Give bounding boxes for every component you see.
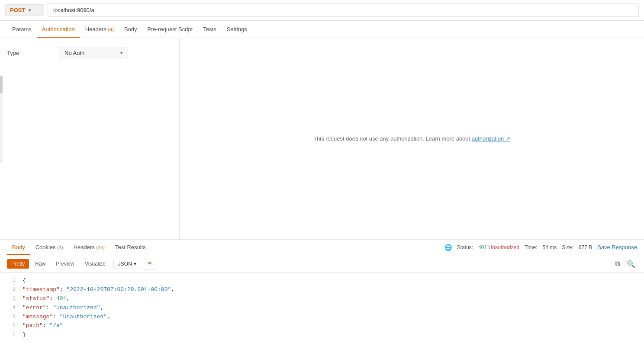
format-tab-raw[interactable]: Raw xyxy=(31,259,50,269)
type-label: Type xyxy=(7,50,59,56)
copy-button[interactable]: ⧉ xyxy=(613,259,621,269)
word-wrap-button[interactable]: ≡ xyxy=(144,258,155,270)
format-tab-preview[interactable]: Preview xyxy=(52,259,79,269)
auth-type-value: No Auth xyxy=(64,50,84,56)
auth-right-panel: This request does not use any authorizat… xyxy=(180,38,644,239)
url-input[interactable] xyxy=(48,3,639,17)
response-tab-headers[interactable]: Headers (16) xyxy=(68,240,110,255)
scroll-thumb xyxy=(0,76,3,93)
method-value: POST xyxy=(10,7,25,13)
format-tab-visualize[interactable]: Visualize xyxy=(80,259,110,269)
code-line-4: 4 "error": "Unauthorized", xyxy=(7,304,637,313)
size-label: Size: xyxy=(562,244,573,250)
code-line-1: 1 { xyxy=(7,276,637,285)
request-section: POST ▾ Params Authorization Headers (9) … xyxy=(0,0,644,38)
tab-params[interactable]: Params xyxy=(7,22,37,38)
method-select[interactable]: POST ▾ xyxy=(5,4,44,16)
tab-body[interactable]: Body xyxy=(119,22,142,38)
auth-type-select[interactable]: No Auth ▾ xyxy=(59,47,128,59)
format-type-select[interactable]: JSON ▾ xyxy=(113,259,141,269)
status-code: 401 Unauthorized xyxy=(478,244,519,250)
tab-pre-request-script[interactable]: Pre-request Script xyxy=(142,22,198,38)
code-line-6: 6 "path": "/a" xyxy=(7,321,637,330)
response-tab-test-results[interactable]: Test Results xyxy=(110,240,151,255)
tab-settings[interactable]: Settings xyxy=(222,22,252,38)
response-format-toolbar: Pretty Raw Preview Visualize JSON ▾ ≡ ⧉ … xyxy=(0,255,644,273)
format-type-arrow: ▾ xyxy=(134,261,136,267)
time-label: Time: xyxy=(525,244,538,250)
request-tabs: Params Authorization Headers (9) Body Pr… xyxy=(0,21,644,38)
response-tab-body[interactable]: Body xyxy=(7,240,30,255)
search-button[interactable]: 🔍 xyxy=(625,259,637,269)
middle-section: Type No Auth ▾ This request does not use… xyxy=(0,38,644,239)
format-type-value: JSON xyxy=(118,261,132,267)
toolbar-right: ⧉ 🔍 xyxy=(613,259,637,269)
status-area: 🌐 Status: 401 Unauthorized Time: 54 ms S… xyxy=(444,244,637,251)
save-response-button[interactable]: Save Response xyxy=(597,244,637,250)
auth-info-text: This request does not use any authorizat… xyxy=(313,135,472,142)
globe-icon: 🌐 xyxy=(444,244,452,251)
response-code-area: 1 { 2 "timestamp": "2022-10-26T07:00:29.… xyxy=(0,273,644,343)
code-line-2: 2 "timestamp": "2022-10-26T07:00:29.091+… xyxy=(7,285,637,295)
tab-tests[interactable]: Tests xyxy=(198,22,221,38)
auth-link[interactable]: authorization ↗ xyxy=(472,135,510,142)
auth-type-arrow: ▾ xyxy=(120,51,122,55)
auth-left-panel: Type No Auth ▾ xyxy=(0,38,180,239)
size-value: 677 B xyxy=(579,244,592,250)
code-line-3: 3 "status": 401, xyxy=(7,295,637,304)
code-line-5: 5 "message": "Unauthorized", xyxy=(7,313,637,322)
format-tab-pretty[interactable]: Pretty xyxy=(7,259,29,269)
time-value: 54 ms xyxy=(542,244,557,250)
auth-info: This request does not use any authorizat… xyxy=(313,135,510,142)
auth-type-row: Type No Auth ▾ xyxy=(7,47,172,59)
response-tab-cookies[interactable]: Cookies (1) xyxy=(30,240,68,255)
status-label: Status: xyxy=(457,244,473,250)
tab-headers[interactable]: Headers (9) xyxy=(80,22,119,38)
method-arrow: ▾ xyxy=(29,8,31,13)
scroll-track[interactable] xyxy=(0,76,3,163)
tab-authorization[interactable]: Authorization xyxy=(37,22,80,38)
response-tabs-bar: Body Cookies (1) Headers (16) Test Resul… xyxy=(0,240,644,255)
code-line-7: 7 } xyxy=(7,330,637,340)
response-section: Body Cookies (1) Headers (16) Test Resul… xyxy=(0,239,644,343)
app-layout: POST ▾ Params Authorization Headers (9) … xyxy=(0,0,644,343)
top-bar: POST ▾ xyxy=(0,0,644,21)
